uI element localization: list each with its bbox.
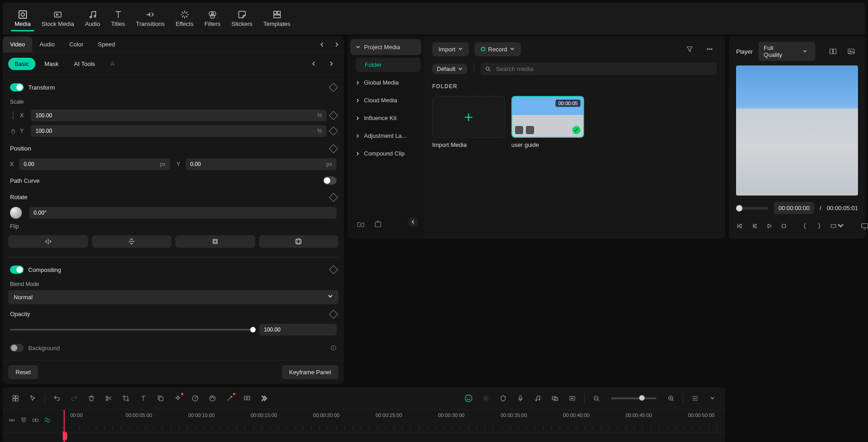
opacity-slider[interactable] — [10, 329, 256, 331]
sidebar-item-cloud-media[interactable]: Cloud Media — [350, 92, 421, 108]
display-button[interactable] — [861, 219, 868, 233]
rotate-knob[interactable] — [10, 207, 22, 219]
lock-icon[interactable] — [10, 128, 16, 134]
new-bin-button[interactable] — [371, 217, 385, 232]
sidebar-item-compound-clip[interactable]: Compound Clip — [350, 146, 421, 161]
subtab-ai-tools[interactable]: AI Tools — [68, 58, 101, 70]
play-button[interactable] — [765, 219, 773, 233]
play-backward-button[interactable] — [751, 219, 759, 233]
effects-button[interactable] — [172, 392, 184, 405]
subtab-basic[interactable]: Basic — [8, 58, 35, 70]
audio-mixer-button[interactable] — [531, 392, 544, 405]
blend-mode-select[interactable]: Normal — [8, 290, 338, 304]
sort-default-button[interactable]: Default — [432, 64, 467, 74]
prev-frame-button[interactable] — [736, 219, 744, 233]
scroll-right-button[interactable] — [329, 37, 344, 52]
delete-button[interactable] — [85, 392, 98, 405]
tab-stock[interactable]: Stock Media — [38, 6, 78, 31]
text-button[interactable] — [137, 392, 150, 405]
ai-button[interactable] — [223, 392, 236, 405]
tab-stickers[interactable]: Stickers — [228, 6, 256, 31]
filter-button[interactable] — [682, 42, 697, 56]
sidebar-item-global-media[interactable]: Global Media — [350, 75, 421, 90]
color-button[interactable] — [206, 392, 219, 405]
keyframe-button[interactable] — [329, 144, 338, 153]
keyframe-button[interactable] — [329, 126, 338, 136]
player-scrubber[interactable] — [736, 207, 768, 210]
transform-toggle[interactable] — [10, 83, 24, 91]
scale-y-input[interactable]: % — [31, 125, 327, 137]
chroma-button[interactable] — [241, 392, 253, 405]
flip-v-button[interactable] — [92, 235, 172, 248]
new-folder-button[interactable] — [354, 217, 368, 232]
playhead[interactable] — [64, 410, 65, 442]
reset-button[interactable]: Reset — [8, 365, 38, 379]
overlap-button[interactable] — [549, 392, 561, 405]
face-button[interactable] — [462, 392, 475, 405]
mark-out-button[interactable] — [815, 219, 823, 233]
zoom-in-button[interactable] — [665, 392, 677, 405]
sidebar-item-project-media[interactable]: Project Media — [350, 39, 421, 55]
fill-button[interactable] — [259, 235, 339, 248]
tab-color[interactable]: Color — [62, 36, 91, 52]
background-toggle[interactable] — [10, 344, 24, 352]
import-media-tile[interactable]: + Import Media — [432, 96, 505, 148]
tl-magnet-button[interactable] — [20, 417, 27, 425]
scroll-left-button[interactable] — [315, 37, 329, 52]
flip-h-button[interactable] — [8, 235, 88, 248]
scroll-right-button[interactable] — [324, 56, 338, 71]
clip-tile-user-guide[interactable]: 00:00:05 ✓ user guide — [511, 96, 584, 148]
select-tool-button[interactable] — [26, 392, 39, 405]
snapshot-button[interactable] — [845, 44, 858, 59]
search-field[interactable] — [496, 65, 712, 72]
split-button[interactable] — [102, 392, 115, 405]
copy-button[interactable] — [154, 392, 167, 405]
track-size-button[interactable] — [689, 392, 701, 405]
sidebar-item-folder[interactable]: Folder — [356, 58, 420, 72]
keyframe-button[interactable] — [329, 265, 338, 274]
voiceover-button[interactable] — [514, 392, 527, 405]
opacity-input[interactable] — [259, 324, 337, 336]
tab-video[interactable]: Video — [3, 36, 32, 52]
keyframe-button[interactable] — [329, 111, 338, 120]
collapse-sidebar-button[interactable] — [409, 217, 418, 226]
scale-x-input[interactable]: % — [31, 110, 327, 121]
marker-button[interactable] — [497, 392, 510, 405]
tl-ripple-button[interactable] — [32, 417, 39, 425]
tab-speed[interactable]: Speed — [91, 36, 122, 52]
keyframe-panel-button[interactable]: Keyframe Panel — [282, 365, 339, 379]
track-size-menu[interactable] — [706, 392, 719, 405]
preview-canvas[interactable] — [736, 65, 858, 196]
undo-button[interactable] — [50, 392, 63, 405]
import-button[interactable]: Import — [432, 42, 469, 56]
compare-button[interactable] — [826, 44, 839, 59]
tl-autoscroll-button[interactable] — [44, 417, 51, 425]
tab-templates[interactable]: Templates — [260, 6, 294, 31]
tab-titles[interactable]: Titles — [107, 6, 129, 31]
pos-y-input[interactable]: px — [186, 158, 337, 170]
tab-media[interactable]: Media — [11, 6, 34, 31]
redo-button[interactable] — [68, 392, 81, 405]
quality-selector[interactable]: Full Quality — [758, 42, 815, 61]
mark-in-button[interactable] — [801, 219, 809, 233]
stop-button[interactable] — [780, 219, 788, 233]
render-button[interactable] — [566, 392, 579, 405]
fit-button[interactable] — [175, 235, 255, 248]
zoom-out-button[interactable] — [590, 392, 603, 405]
subtab-more[interactable]: A — [104, 58, 121, 70]
layout-button[interactable] — [9, 392, 22, 405]
sidebar-item-adjustment-layer[interactable]: Adjustment La... — [350, 128, 421, 144]
tab-audio[interactable]: Audio — [32, 36, 62, 52]
more-button[interactable] — [702, 42, 717, 56]
timeline-tracks[interactable]: 00:0000:00:05:0000:00:10:0000:00:15:0000… — [63, 410, 725, 442]
crop-button[interactable] — [120, 392, 132, 405]
tab-transitions[interactable]: Transitions — [132, 6, 168, 31]
pos-x-input[interactable]: px — [19, 158, 170, 170]
tab-filters[interactable]: Filters — [201, 6, 224, 31]
pathcurve-toggle[interactable] — [323, 176, 337, 185]
compositing-toggle[interactable] — [10, 266, 24, 274]
tab-effects[interactable]: Effects — [172, 6, 197, 31]
speed-button[interactable] — [189, 392, 202, 405]
record-button[interactable]: Record — [474, 42, 521, 56]
search-input[interactable] — [480, 63, 717, 75]
